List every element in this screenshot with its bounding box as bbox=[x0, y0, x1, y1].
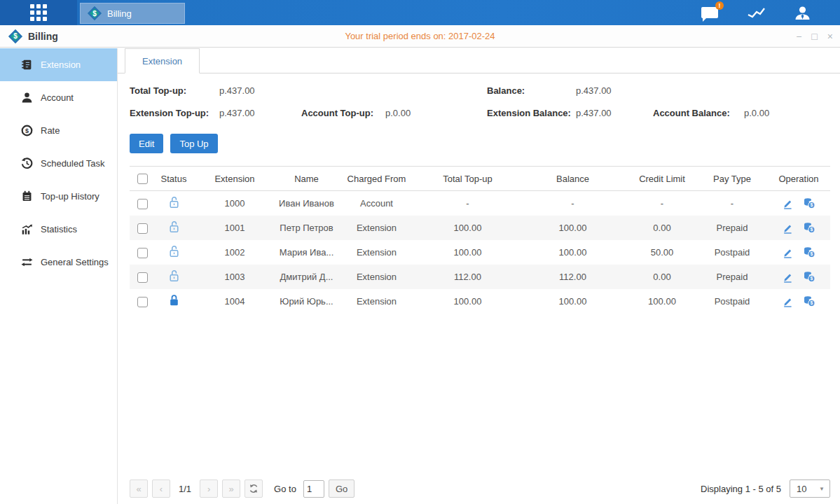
topbar-right-icons: ! bbox=[700, 0, 812, 25]
close-icon[interactable]: × bbox=[827, 31, 833, 41]
status-icon-cell bbox=[155, 196, 193, 211]
extensions-table: Status Extension Name Charged From Total… bbox=[130, 166, 830, 314]
refresh-button[interactable] bbox=[245, 479, 263, 498]
select-all-checkbox[interactable] bbox=[137, 174, 148, 184]
charged-from-cell: Extension bbox=[336, 296, 417, 307]
account-balance-value: p.0.00 bbox=[744, 108, 830, 118]
top-up-row-icon[interactable]: $ bbox=[803, 271, 815, 283]
edit-row-icon[interactable] bbox=[782, 223, 793, 234]
sidebar-item-extension[interactable]: Extension bbox=[0, 48, 117, 81]
chevron-down-icon: ▼ bbox=[819, 486, 825, 492]
sidebar-item-account[interactable]: Account bbox=[0, 81, 117, 114]
charged-from-cell: Extension bbox=[336, 223, 417, 233]
balance-cell: 100.00 bbox=[518, 296, 627, 307]
first-page-button[interactable]: « bbox=[130, 479, 148, 498]
taskbar-item-billing[interactable]: $ Billing bbox=[80, 3, 185, 24]
sidebar-item-rate[interactable]: $ Rate bbox=[0, 114, 117, 147]
col-name: Name bbox=[277, 174, 336, 184]
edit-button[interactable]: Edit bbox=[130, 134, 163, 153]
unlocked-icon bbox=[168, 270, 180, 282]
name-cell: Иван Иванов bbox=[277, 198, 336, 209]
go-button[interactable]: Go bbox=[329, 479, 354, 498]
extension-topup-value: p.437.00 bbox=[219, 108, 301, 118]
top-up-row-icon[interactable]: $ bbox=[803, 222, 815, 234]
sidebar: Extension Account $ Rate bbox=[0, 48, 118, 504]
name-cell: Дмитрий Д... bbox=[277, 272, 336, 282]
tab-extension[interactable]: Extension bbox=[125, 48, 200, 74]
maximize-icon[interactable]: □ bbox=[811, 31, 817, 41]
pagination-bar: « ‹ 1/1 › » Go to Go bbox=[130, 479, 830, 498]
row-checkbox[interactable] bbox=[137, 199, 148, 209]
edit-row-icon[interactable] bbox=[782, 272, 793, 283]
col-operation: Operation bbox=[767, 174, 830, 184]
top-up-row-icon[interactable]: $ bbox=[803, 197, 815, 209]
total-topup-label: Total Top-up: bbox=[130, 85, 219, 96]
extension-icon bbox=[21, 59, 33, 71]
sidebar-item-topup-history[interactable]: Top-up History bbox=[0, 180, 117, 213]
apps-grid-icon[interactable] bbox=[0, 0, 77, 25]
edit-row-icon[interactable] bbox=[782, 198, 793, 209]
window-titlebar: $ Billing Your trial period ends on: 201… bbox=[0, 25, 840, 48]
row-checkbox[interactable] bbox=[137, 248, 148, 258]
notifications-icon[interactable]: ! bbox=[700, 4, 719, 21]
window-title-group: $ Billing bbox=[8, 29, 58, 43]
pay-type-cell: Postpaid bbox=[697, 296, 767, 307]
pay-type-cell: Prepaid bbox=[697, 272, 767, 282]
billing-app-window: $ Billing ! $ bbox=[0, 0, 840, 504]
billing-app-icon: $ bbox=[88, 6, 102, 20]
minimize-icon[interactable]: − bbox=[796, 31, 801, 41]
refresh-icon bbox=[249, 484, 259, 493]
sidebar-item-statistics[interactable]: Statistics bbox=[0, 213, 117, 246]
displaying-text: Displaying 1 - 5 of 5 bbox=[701, 484, 781, 494]
row-checkbox[interactable] bbox=[137, 272, 148, 283]
scheduled-task-icon bbox=[21, 158, 33, 169]
sidebar-item-label: Account bbox=[41, 92, 74, 103]
prev-page-button[interactable]: ‹ bbox=[152, 479, 170, 498]
extension-balance-label: Extension Balance: bbox=[487, 108, 576, 118]
edit-row-icon[interactable] bbox=[782, 247, 793, 258]
table-row: 1002 Мария Ива... Extension 100.00 100.0… bbox=[130, 240, 830, 265]
extension-cell: 1001 bbox=[193, 223, 277, 233]
balance-cell: 100.00 bbox=[518, 247, 627, 258]
user-account-icon[interactable] bbox=[792, 4, 812, 21]
top-up-row-icon[interactable]: $ bbox=[803, 246, 815, 258]
tab-label: Extension bbox=[142, 56, 182, 66]
extension-cell: 1003 bbox=[193, 272, 277, 282]
status-icon-cell bbox=[155, 220, 193, 235]
col-charged-from: Charged From bbox=[336, 174, 417, 184]
chat-bubble-icon bbox=[701, 7, 718, 18]
topup-history-icon bbox=[21, 190, 33, 202]
main-content: Extension Total Top-up: p.437.00 Balance… bbox=[118, 48, 840, 504]
status-icon-cell bbox=[155, 245, 193, 260]
notification-badge: ! bbox=[715, 1, 724, 10]
goto-page-input[interactable] bbox=[303, 480, 324, 498]
credit-limit-cell: 50.00 bbox=[627, 247, 697, 258]
total-topup-cell: 100.00 bbox=[417, 247, 518, 258]
sidebar-item-general-settings[interactable]: General Settings bbox=[0, 246, 117, 279]
svg-text:$: $ bbox=[25, 127, 29, 134]
pay-type-cell: Postpaid bbox=[697, 247, 767, 258]
credit-limit-cell: 0.00 bbox=[627, 272, 697, 282]
top-up-button[interactable]: Top Up bbox=[170, 134, 217, 153]
page-size-select[interactable]: 10 ▼ bbox=[790, 479, 830, 498]
tab-strip: Extension bbox=[118, 48, 840, 74]
col-status: Status bbox=[155, 174, 193, 184]
account-topup-value: p.0.00 bbox=[385, 108, 487, 118]
billing-window-icon: $ bbox=[8, 29, 22, 43]
apps-grid-dots bbox=[30, 4, 47, 21]
unlocked-icon bbox=[168, 196, 180, 209]
balance-value: p.437.00 bbox=[576, 85, 653, 96]
next-page-button[interactable]: › bbox=[200, 479, 218, 498]
row-checkbox[interactable] bbox=[137, 223, 148, 234]
edit-row-icon[interactable] bbox=[782, 296, 793, 307]
top-up-row-icon[interactable]: $ bbox=[803, 295, 815, 307]
extension-topup-label: Extension Top-up: bbox=[130, 108, 219, 118]
resource-monitor-icon[interactable] bbox=[746, 4, 766, 21]
sidebar-item-scheduled-task[interactable]: Scheduled Task bbox=[0, 147, 117, 180]
line-chart-icon bbox=[747, 6, 766, 20]
last-page-button[interactable]: » bbox=[222, 479, 240, 498]
row-checkbox[interactable] bbox=[137, 297, 148, 307]
balance-cell: 112.00 bbox=[518, 272, 627, 282]
sidebar-item-label: Scheduled Task bbox=[41, 158, 105, 169]
balance-cell: - bbox=[518, 198, 627, 209]
